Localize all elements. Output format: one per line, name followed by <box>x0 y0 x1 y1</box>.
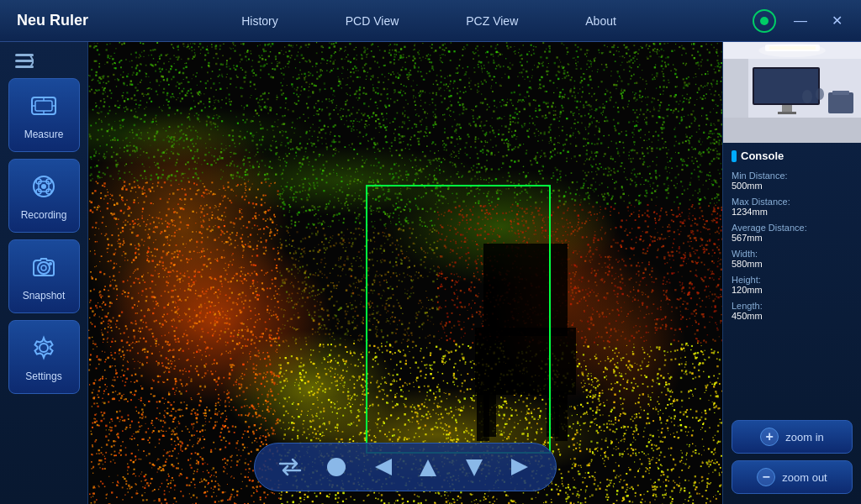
svg-rect-40 <box>828 92 853 113</box>
circle-button[interactable] <box>320 450 353 484</box>
zoom-in-button[interactable]: + zoom in <box>732 420 853 454</box>
power-button[interactable] <box>753 9 776 33</box>
svg-point-44 <box>758 44 826 57</box>
settings-icon <box>28 332 60 364</box>
zoom-out-icon: − <box>757 468 775 486</box>
svg-point-22 <box>40 344 48 352</box>
console-max-distance: Max Distance: 1234mm <box>732 197 853 217</box>
sidebar: Measure Recording <box>0 42 88 504</box>
width-value: 580mm <box>732 259 853 269</box>
measure-label: Measure <box>24 129 64 140</box>
snapshot-label: Snapshot <box>23 290 66 302</box>
svg-point-43 <box>816 88 824 100</box>
svg-point-21 <box>49 262 52 265</box>
min-distance-value: 500mm <box>732 181 853 191</box>
svg-rect-31 <box>723 118 861 143</box>
avg-distance-label: Average Distance: <box>732 223 853 233</box>
svg-rect-39 <box>778 112 796 114</box>
arrow-up-button[interactable] <box>411 450 445 484</box>
console-section: Console Min Distance: 500mm Max Distance… <box>723 143 861 413</box>
settings-tool[interactable]: Settings <box>8 320 80 394</box>
measure-icon <box>28 90 60 122</box>
height-value: 120mm <box>732 285 853 295</box>
recording-label: Recording <box>21 209 67 221</box>
zoom-in-label: zoom in <box>785 431 824 444</box>
min-distance-label: Min Distance: <box>732 171 853 181</box>
svg-rect-38 <box>782 105 792 112</box>
recording-icon <box>28 171 60 202</box>
zoom-out-label: zoom out <box>782 471 827 484</box>
minimize-button[interactable]: — <box>789 9 812 33</box>
app-title: Neu Ruler <box>0 12 105 29</box>
arrow-right-button[interactable] <box>504 450 537 484</box>
nav-menu: History PCD View PCZ View About <box>105 10 753 32</box>
viewport[interactable] <box>88 42 722 504</box>
console-min-distance: Min Distance: 500mm <box>732 171 853 191</box>
console-indicator <box>732 150 737 162</box>
arrow-down-button[interactable] <box>457 450 491 484</box>
max-distance-label: Max Distance: <box>732 197 853 207</box>
svg-point-18 <box>41 184 46 189</box>
svg-point-20 <box>41 265 46 270</box>
svg-rect-1 <box>15 60 34 62</box>
svg-rect-4 <box>35 101 52 111</box>
window-controls: — ✕ <box>753 9 861 33</box>
settings-label: Settings <box>25 370 61 382</box>
svg-marker-27 <box>511 459 528 475</box>
close-button[interactable]: ✕ <box>825 9 848 33</box>
svg-marker-26 <box>466 459 483 476</box>
svg-point-19 <box>38 262 50 274</box>
svg-point-42 <box>802 90 812 103</box>
console-length: Length: 450mm <box>732 301 853 321</box>
svg-rect-41 <box>832 91 849 95</box>
svg-marker-33 <box>723 59 748 118</box>
collapse-button[interactable] <box>8 49 80 74</box>
avg-distance-value: 567mm <box>732 233 853 243</box>
main-content: Measure Recording <box>0 42 861 504</box>
snapshot-tool[interactable]: Snapshot <box>8 239 80 313</box>
max-distance-value: 1234mm <box>732 207 853 217</box>
console-width: Width: 580mm <box>732 249 853 269</box>
length-value: 450mm <box>732 311 853 321</box>
arrow-left-button[interactable] <box>366 450 399 484</box>
nav-about[interactable]: About <box>577 10 625 32</box>
nav-pcz-view[interactable]: PCZ View <box>457 10 526 32</box>
nav-history[interactable]: History <box>233 10 287 32</box>
right-panel: Console Min Distance: 500mm Max Distance… <box>722 42 861 504</box>
preview-image <box>723 42 861 143</box>
width-label: Width: <box>732 249 853 259</box>
selection-rectangle <box>366 185 551 454</box>
zoom-out-button[interactable]: − zoom out <box>732 460 853 494</box>
console-title: Console <box>741 150 784 162</box>
zoom-section: + zoom in − zoom out <box>723 413 861 504</box>
snapshot-icon <box>28 251 60 283</box>
zoom-in-icon: + <box>760 428 779 446</box>
length-label: Length: <box>732 301 853 311</box>
console-height: Height: 120mm <box>732 275 853 295</box>
preview-thumbnail <box>723 42 861 143</box>
nav-pcd-view[interactable]: PCD View <box>337 10 408 32</box>
height-label: Height: <box>732 275 853 285</box>
console-header: Console <box>732 150 853 162</box>
svg-marker-25 <box>420 459 436 476</box>
svg-marker-24 <box>375 459 392 475</box>
swap-button[interactable] <box>273 450 307 484</box>
svg-point-23 <box>327 458 346 476</box>
bottom-toolbar <box>254 443 557 491</box>
title-bar: Neu Ruler History PCD View PCZ View Abou… <box>0 0 861 42</box>
console-avg-distance: Average Distance: 567mm <box>732 223 853 243</box>
recording-tool[interactable]: Recording <box>8 159 80 233</box>
measure-tool[interactable]: Measure <box>8 78 80 152</box>
